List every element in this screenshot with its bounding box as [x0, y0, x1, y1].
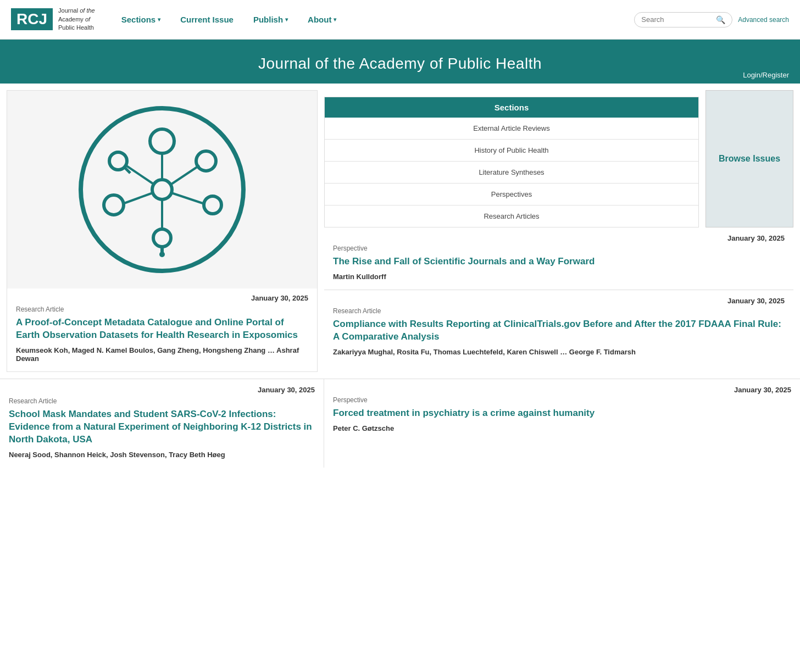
browse-issues-wrapper: Browse Issues — [705, 90, 793, 227]
search-box: 🔍 — [634, 12, 732, 27]
sections-wrapper: Sections External Article Reviews Histor… — [324, 90, 705, 227]
svg-point-7 — [159, 252, 165, 257]
list-item[interactable]: Research Articles — [325, 206, 698, 227]
featured-article-meta: January 30, 2025 Research Article A Proo… — [7, 288, 317, 371]
bottom-right-article: January 30, 2025 Perspective Forced trea… — [324, 379, 800, 468]
svg-point-1 — [152, 180, 172, 199]
header-banner: Journal of the Academy of Public Health … — [0, 40, 800, 84]
network-icon — [74, 102, 250, 277]
left-column: January 30, 2025 Research Article A Proo… — [0, 84, 324, 379]
svg-point-3 — [196, 151, 216, 171]
article-authors-2: Zakariyya Mughal, Rosita Fu, Thomas Luec… — [333, 348, 785, 356]
featured-article-image — [7, 91, 317, 288]
featured-article-authors: Keumseok Koh, Maged N. Kamel Boulos, Gan… — [16, 346, 308, 363]
svg-line-15 — [123, 193, 153, 204]
article-date-1: January 30, 2025 — [333, 234, 785, 242]
sections-chevron-icon: ▾ — [158, 16, 160, 23]
svg-point-5 — [153, 229, 171, 247]
login-register-link[interactable]: Login/Register — [743, 71, 789, 79]
featured-article-type: Research Article — [16, 306, 308, 313]
featured-article-card: January 30, 2025 Research Article A Proo… — [7, 90, 318, 372]
bottom-left-authors: Neeraj Sood, Shannon Heick, Josh Stevens… — [9, 451, 315, 459]
nav-right: 🔍 Advanced search — [634, 12, 789, 27]
article-authors-1: Martin Kulldorff — [333, 273, 785, 281]
top-navigation: RCJ Journal of theAcademy ofPublic Healt… — [0, 0, 800, 40]
publish-label: Publish — [253, 15, 283, 24]
browse-issues-link[interactable]: Browse Issues — [719, 154, 780, 164]
bottom-right-type: Perspective — [333, 396, 791, 404]
nav-current-issue[interactable]: Current Issue — [170, 0, 243, 40]
publish-chevron-icon: ▾ — [285, 16, 288, 23]
bottom-right-title[interactable]: Forced treatment in psychiatry is a crim… — [333, 407, 791, 420]
browse-issues-panel: Browse Issues — [705, 90, 793, 227]
list-item[interactable]: Literature Syntheses — [325, 162, 698, 184]
nav-links: Sections ▾ Current Issue Publish ▾ About… — [112, 0, 635, 40]
svg-point-8 — [104, 195, 124, 215]
bottom-left-article: January 30, 2025 Research Article School… — [0, 379, 324, 468]
sections-panel-header: Sections — [325, 97, 698, 118]
search-input[interactable] — [641, 15, 713, 24]
article-type-1: Perspective — [333, 245, 785, 252]
sections-label: Sections — [121, 15, 156, 24]
right-column: Sections External Article Reviews Histor… — [324, 84, 800, 379]
bottom-right-authors: Peter C. Gøtzsche — [333, 424, 791, 432]
featured-article-title[interactable]: A Proof-of-Concept Metadata Catalogue an… — [16, 316, 308, 342]
svg-point-4 — [204, 196, 221, 214]
list-item[interactable]: External Article Reviews — [325, 118, 698, 140]
main-content: January 30, 2025 Research Article A Proo… — [0, 84, 800, 379]
advanced-search-link[interactable]: Advanced search — [738, 16, 789, 24]
nav-about[interactable]: About ▾ — [298, 0, 346, 40]
sections-panel: Sections External Article Reviews Histor… — [324, 97, 699, 227]
search-button[interactable]: 🔍 — [716, 15, 725, 24]
logo-text: Journal of theAcademy ofPublic Health — [58, 7, 95, 32]
sections-list: External Article Reviews History of Publ… — [325, 118, 698, 227]
site-title: Journal of the Academy of Public Health — [11, 55, 789, 73]
bottom-row: January 30, 2025 Research Article School… — [0, 379, 800, 468]
article-type-2: Research Article — [333, 307, 785, 315]
article-card-1: January 30, 2025 Perspective The Rise an… — [324, 227, 793, 290]
svg-line-13 — [171, 193, 204, 204]
bottom-left-type: Research Article — [9, 397, 315, 405]
featured-article-date: January 30, 2025 — [16, 294, 308, 302]
nav-publish[interactable]: Publish ▾ — [243, 0, 298, 40]
article-date-2: January 30, 2025 — [333, 297, 785, 305]
logo[interactable]: RCJ Journal of theAcademy ofPublic Healt… — [11, 7, 95, 32]
list-item[interactable]: History of Public Health — [325, 140, 698, 162]
bottom-right-date: January 30, 2025 — [333, 386, 791, 394]
about-label: About — [308, 15, 331, 24]
svg-line-12 — [170, 165, 199, 185]
list-item[interactable]: Perspectives — [325, 184, 698, 206]
current-issue-label: Current Issue — [180, 15, 234, 24]
article-card-2: January 30, 2025 Research Article Compli… — [324, 290, 793, 365]
about-chevron-icon: ▾ — [334, 16, 336, 23]
sections-browse-panel: Sections External Article Reviews Histor… — [324, 90, 793, 227]
nav-sections[interactable]: Sections ▾ — [112, 0, 171, 40]
bottom-left-title[interactable]: School Mask Mandates and Student SARS-Co… — [9, 408, 315, 446]
article-title-1[interactable]: The Rise and Fall of Scientific Journals… — [333, 256, 785, 268]
svg-line-16 — [126, 165, 154, 185]
logo-acronym: RCJ — [11, 8, 53, 30]
bottom-left-date: January 30, 2025 — [9, 386, 315, 394]
svg-point-2 — [150, 129, 174, 153]
article-title-2[interactable]: Compliance with Results Reporting at Cli… — [333, 318, 785, 343]
